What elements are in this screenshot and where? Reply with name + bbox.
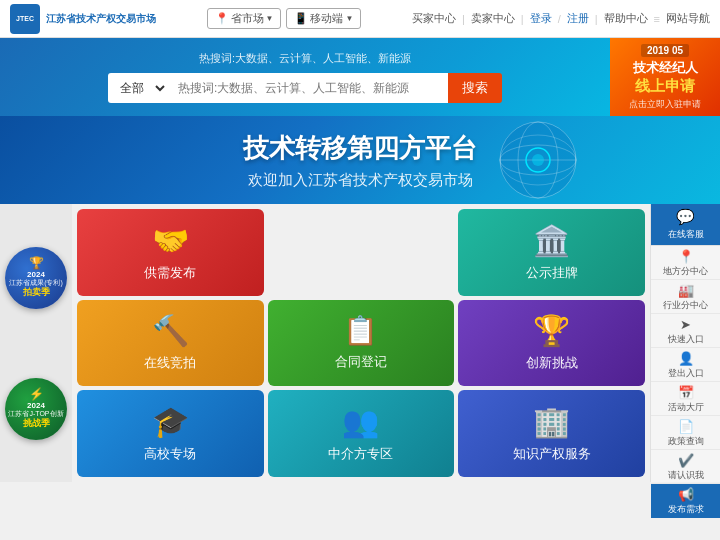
sidebar-item-policy[interactable]: 📄 政策查询: [651, 416, 720, 450]
banner-sub: 点击立即入驻申请: [629, 98, 701, 111]
quick-icon: ➤: [680, 317, 691, 332]
user-icon: 👤: [678, 351, 694, 366]
location-label: 地方分中心: [663, 266, 708, 277]
grid-cell-intermediary[interactable]: 👥 中介方专区: [268, 390, 455, 477]
location-icon: 📍: [678, 249, 694, 264]
sidebar-item-industry[interactable]: 🏭 行业分中心: [651, 280, 720, 314]
badge-challenge[interactable]: ⚡ 2024 江苏省J-TOP创新 挑战季: [5, 378, 67, 440]
search-row: 全部 搜索: [108, 73, 502, 103]
logo-icon: JTEC: [10, 4, 40, 34]
register-link[interactable]: 注册: [567, 11, 589, 26]
badge-challenge-icon: ⚡: [29, 387, 44, 401]
map-pin-icon: 📍: [215, 12, 229, 25]
hero-title: 技术转移第四方平台: [243, 131, 477, 166]
search-tag[interactable]: 热搜词:大数据、云计算、人工智能、新能源: [199, 51, 411, 66]
chevron-down-icon: ▼: [266, 14, 274, 23]
grid-cell-university[interactable]: 🎓 高校专场: [77, 390, 264, 477]
university-label: 高校专场: [144, 445, 196, 463]
grid-cell-ip[interactable]: 🏢 知识产权服务: [458, 390, 645, 477]
sidebar-item-recognize[interactable]: ✔️ 请认识我: [651, 450, 720, 484]
auction-icon: 🔨: [152, 313, 189, 348]
auction-label: 在线竞拍: [144, 354, 196, 372]
right-sidebar: 💬 在线客服 📍 地方分中心 🏭 行业分中心 ➤ 快速入口 👤 登出入口 📅 活…: [650, 204, 720, 482]
seller-center-link[interactable]: 卖家中心: [471, 11, 515, 26]
badge-auction[interactable]: 🏆 2024 江苏省成果(专利) 拍卖季: [5, 247, 67, 309]
activity-label: 活动大厅: [668, 402, 704, 413]
challenge-label: 创新挑战: [526, 354, 578, 372]
grid-cell-supply[interactable]: 🤝 供需发布: [77, 209, 264, 296]
sidebar-item-activity[interactable]: 📅 活动大厅: [651, 382, 720, 416]
sidebar-item-login[interactable]: 👤 登出入口: [651, 348, 720, 382]
badge-challenge-name: 江苏省J-TOP创新: [8, 410, 63, 418]
header: JTEC 江苏省技术产权交易市场 📍 省市场 ▼ 📱 移动端 ▼ 买家中心 | …: [0, 0, 720, 38]
grid-cell-auction[interactable]: 🔨 在线竞拍: [77, 300, 264, 387]
recognize-label: 请认识我: [668, 470, 704, 481]
province-market-btn[interactable]: 📍 省市场 ▼: [207, 8, 282, 29]
listing-icon: 🏛️: [533, 223, 570, 258]
search-tags-row: 热搜词:大数据、云计算、人工智能、新能源: [199, 51, 411, 66]
nav-sep1: |: [462, 13, 465, 25]
sidebar-item-demand[interactable]: 📢 发布需求: [651, 484, 720, 518]
site-nav-link[interactable]: 网站导航: [666, 11, 710, 26]
hero-section: 技术转移第四方平台 欢迎加入江苏省技术产权交易市场: [0, 116, 720, 204]
nav-links: 买家中心 | 卖家中心 | 登录 / 注册 | 帮助中心 ≡ 网站导航: [412, 11, 710, 26]
grid-cell-contract[interactable]: 📋 合同登记: [268, 300, 455, 387]
university-icon: 🎓: [152, 404, 189, 439]
search-input[interactable]: [168, 73, 448, 103]
supply-label: 供需发布: [144, 264, 196, 282]
grid-cell-empty1: [268, 209, 455, 296]
badge-challenge-label: 挑战季: [23, 417, 50, 430]
left-badges: 🏆 2024 江苏省成果(专利) 拍卖季 ⚡ 2024 江苏省J-TOP创新 挑…: [0, 204, 72, 482]
policy-label: 政策查询: [668, 436, 704, 447]
nav-sep5: ≡: [654, 13, 660, 25]
badge-auction-name: 江苏省成果(专利): [9, 279, 63, 287]
challenge-icon: 🏆: [533, 313, 570, 348]
chevron-down-icon2: ▼: [345, 14, 353, 23]
buyer-center-link[interactable]: 买家中心: [412, 11, 456, 26]
nav-sep4: |: [595, 13, 598, 25]
main-content: 🏆 2024 江苏省成果(专利) 拍卖季 ⚡ 2024 江苏省J-TOP创新 挑…: [0, 204, 720, 482]
sidebar-item-quick[interactable]: ➤ 快速入口: [651, 314, 720, 348]
service-grid: 🤝 供需发布 🏛️ 公示挂牌 🔨 在线竞拍 📋 合同登记 🏆 创新挑战 🎓 高校…: [72, 204, 650, 482]
sidebar-item-location[interactable]: 📍 地方分中心: [651, 246, 720, 280]
contract-label: 合同登记: [335, 353, 387, 371]
online-service-label: 在线客服: [668, 228, 704, 241]
ip-icon: 🏢: [533, 404, 570, 439]
chat-icon: 💬: [676, 208, 695, 226]
supply-icon: 🤝: [152, 223, 189, 258]
banner-line1: 技术经纪人: [633, 59, 698, 77]
industry-label: 行业分中心: [663, 300, 708, 311]
listing-label: 公示挂牌: [526, 264, 578, 282]
sidebar-item-online-service[interactable]: 💬 在线客服: [651, 204, 720, 246]
banner-right[interactable]: 2019 05 技术经纪人 线上申请 点击立即入驻申请: [610, 38, 720, 116]
banner-line2: 线上申请: [635, 77, 695, 96]
logo: JTEC 江苏省技术产权交易市场: [10, 4, 156, 34]
intermediary-label: 中介方专区: [328, 445, 393, 463]
grid-cell-challenge[interactable]: 🏆 创新挑战: [458, 300, 645, 387]
logo-text: 江苏省技术产权交易市场: [46, 12, 156, 25]
demand-icon: 📢: [678, 487, 694, 502]
hero-subtitle: 欢迎加入江苏省技术产权交易市场: [248, 171, 473, 190]
svg-point-7: [532, 154, 544, 166]
intermediary-icon: 👥: [342, 404, 379, 439]
nav-sep2: |: [521, 13, 524, 25]
login-link[interactable]: 登录: [530, 11, 552, 26]
industry-icon: 🏭: [678, 283, 694, 298]
mobile-icon: 📱: [294, 12, 308, 25]
banner-year: 2019 05: [641, 44, 689, 57]
globe-decoration: [496, 118, 580, 204]
badge-auction-label: 拍卖季: [23, 286, 50, 299]
mobile-btn[interactable]: 📱 移动端 ▼: [286, 8, 361, 29]
contract-icon: 📋: [343, 314, 378, 347]
badge-auction-year: 2024: [27, 270, 45, 279]
grid-cell-listing[interactable]: 🏛️ 公示挂牌: [458, 209, 645, 296]
activity-icon: 📅: [678, 385, 694, 400]
help-link[interactable]: 帮助中心: [604, 11, 648, 26]
policy-icon: 📄: [678, 419, 694, 434]
nav-sep3: /: [558, 13, 561, 25]
search-button[interactable]: 搜索: [448, 73, 502, 103]
search-category-select[interactable]: 全部: [108, 73, 168, 103]
ip-label: 知识产权服务: [513, 445, 591, 463]
login-entry-label: 登出入口: [668, 368, 704, 379]
quick-label: 快速入口: [668, 334, 704, 345]
